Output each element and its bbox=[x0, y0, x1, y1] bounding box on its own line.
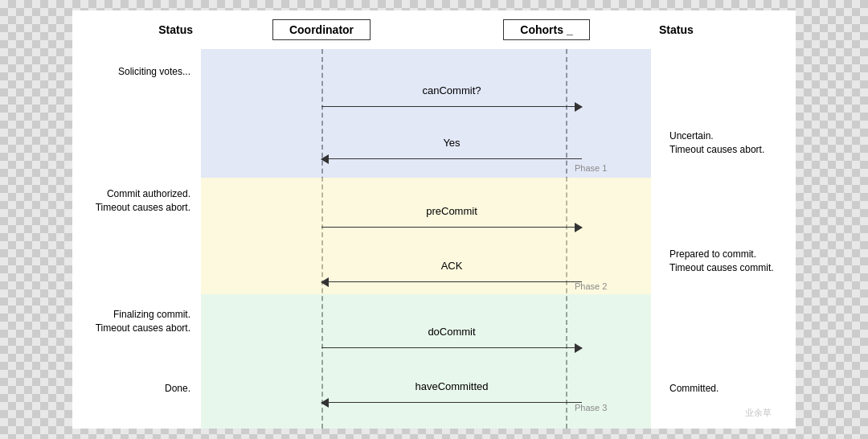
docommit-line bbox=[321, 347, 582, 349]
header-coordinator: Coordinator bbox=[201, 19, 442, 40]
header-cohorts: Cohorts _ bbox=[442, 19, 651, 40]
cohorts-box: Cohorts _ bbox=[503, 19, 589, 40]
arrow-ack: ACK bbox=[321, 258, 582, 287]
havecommitted-label: haveCommitted bbox=[321, 380, 582, 392]
ack-line bbox=[321, 281, 582, 283]
header-row: Status Coordinator Cohorts _ Status bbox=[72, 10, 796, 49]
status-finalizing: Finalizing commit. Timeout causes abort. bbox=[72, 308, 197, 335]
coordinator-box: Coordinator bbox=[272, 19, 371, 40]
yes-label: Yes bbox=[321, 137, 582, 149]
ack-label: ACK bbox=[321, 260, 582, 272]
status-committed: Committed. bbox=[663, 382, 796, 396]
precommit-label: preCommit bbox=[321, 205, 582, 217]
status-uncertain: Uncertain. Timeout causes abort. bbox=[663, 129, 796, 157]
status-done: Done. bbox=[72, 382, 197, 396]
cancommit-label: canCommit? bbox=[321, 84, 582, 96]
phase1-label: Phase 1 bbox=[575, 163, 607, 173]
arrow-docommit: doCommit bbox=[321, 324, 582, 353]
arrow-cancommit: canCommit? bbox=[321, 83, 582, 112]
status-commit-authorized: Commit authorized. Timeout causes abort. bbox=[72, 187, 197, 215]
docommit-label: doCommit bbox=[321, 326, 582, 338]
havecommitted-line bbox=[321, 402, 582, 404]
status-soliciting: Soliciting votes... bbox=[72, 65, 197, 79]
precommit-line bbox=[321, 227, 582, 228]
diagram-container: Status Coordinator Cohorts _ Status Soli… bbox=[72, 10, 796, 429]
arrow-havecommitted: haveCommitted bbox=[321, 379, 582, 408]
status-prepared: Prepared to commit. Timeout causes commi… bbox=[663, 248, 796, 275]
cancommit-line bbox=[321, 106, 582, 108]
header-status-right: Status bbox=[651, 23, 796, 36]
yes-line bbox=[321, 158, 582, 160]
arrow-precommit: preCommit bbox=[321, 203, 582, 232]
arrow-yes: Yes bbox=[321, 135, 582, 164]
header-status-left: Status bbox=[72, 23, 201, 36]
watermark: 业余草 bbox=[745, 407, 772, 419]
